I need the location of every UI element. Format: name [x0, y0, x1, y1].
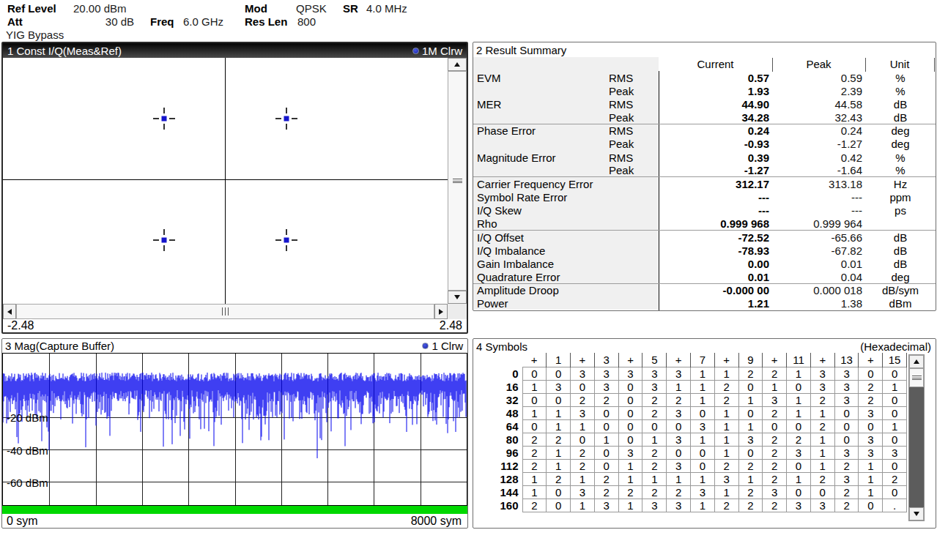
instrument-screen: Ref Level 20.00 dBm Mod QPSK SR 4.0 MHz … — [0, 0, 937, 560]
result-peak-value: 0.59 — [772, 71, 865, 84]
window-symbols: 4 Symbols (Hexadecimal) +1+3+5+7+9+11+13… — [473, 338, 936, 529]
scroll-down-button[interactable] — [448, 291, 467, 304]
symbol-cell: 3 — [883, 446, 907, 459]
symbol-cell: 3 — [810, 499, 834, 512]
symbol-cell: 2 — [547, 472, 571, 485]
result-current-value: 0.39 — [659, 151, 772, 164]
result-unit: dB — [865, 231, 936, 244]
symbol-cell: 1 — [594, 433, 618, 446]
x-axis-max-label: 2.48 — [440, 319, 462, 332]
symbols-title-bar[interactable]: 4 Symbols (Hexadecimal) — [473, 339, 936, 354]
symbol-cell: 2 — [738, 459, 763, 472]
horizontal-scrollbar[interactable] — [3, 304, 448, 319]
symbol-cell: 3 — [571, 367, 595, 380]
symbols-scroll-thumb[interactable] — [909, 368, 924, 387]
symbol-cell: 1 — [787, 367, 811, 380]
scroll-up-button[interactable] — [909, 355, 924, 368]
sr-value: 4.0 MHz — [366, 2, 407, 15]
result-row-label: Rho — [473, 217, 609, 230]
symbols-col-header: + — [571, 353, 595, 367]
capture-title: 3 Mag(Capture Buffer) — [5, 340, 114, 352]
scroll-down-button[interactable] — [909, 507, 924, 520]
symbols-row: 1441032222312300210 — [473, 485, 907, 499]
capture-x-axis: 0 sym 8000 sym — [2, 515, 467, 528]
symbol-cell: 2 — [642, 406, 667, 419]
symbol-cell: 1 — [571, 499, 595, 512]
symbol-cell: 1 — [642, 433, 667, 446]
symbol-cell: 1 — [618, 459, 642, 472]
scroll-up-button[interactable] — [448, 58, 467, 71]
trace-label: 1 Clrw — [432, 340, 463, 352]
symbol-cell: 2 — [571, 393, 595, 406]
symbol-cell: 2 — [594, 472, 618, 485]
result-current-value: 1.93 — [659, 84, 772, 97]
window-result-summary: 2 Result Summary Current Peak Unit EVMRM… — [473, 42, 936, 311]
symbol-cell: 1 — [522, 485, 547, 499]
constellation-title-bar[interactable]: 1 Const I/Q(Meas&Ref) 1M Clrw — [3, 43, 467, 58]
result-peak-value: 32.43 — [772, 111, 865, 123]
symbol-cell: 3 — [667, 459, 691, 472]
symbols-row-index: 96 — [473, 446, 522, 459]
symbol-cell: 1 — [690, 499, 714, 512]
vertical-scrollbar[interactable] — [448, 58, 467, 304]
constellation-point-marker — [273, 105, 300, 132]
symbols-row: 161303031120103321 — [473, 380, 907, 393]
result-row-sublabel: RMS — [609, 71, 659, 84]
scroll-grip-icon — [453, 178, 462, 184]
symbol-cell: 1 — [859, 485, 883, 499]
result-summary-title-bar[interactable]: 2 Result Summary — [473, 42, 936, 57]
result-row-sublabel — [609, 244, 659, 257]
symbols-row-index: 160 — [473, 499, 522, 512]
symbol-cell: 2 — [834, 485, 859, 499]
result-current-value: -72.52 — [659, 231, 772, 244]
column-separator — [772, 58, 773, 72]
result-row-sublabel — [609, 270, 659, 283]
constellation-point — [151, 105, 177, 132]
symbol-cell: 3 — [859, 433, 883, 446]
symbol-cell: 3 — [834, 367, 859, 380]
scroll-right-button[interactable] — [434, 304, 448, 319]
scroll-track[interactable] — [909, 387, 924, 507]
result-row: Peak34.2832.43dB — [473, 111, 936, 124]
result-current-value: 0.57 — [659, 71, 772, 84]
symbol-cell: 3 — [810, 367, 834, 380]
scroll-left-button[interactable] — [3, 304, 16, 319]
col-header-peak: Peak — [772, 58, 865, 70]
result-row-label: I/Q Imbalance — [473, 244, 609, 257]
symbol-cell: 2 — [810, 472, 834, 485]
symbol-cell: 0 — [787, 485, 811, 499]
symbol-cell: 1 — [714, 367, 738, 380]
result-unit: % — [865, 71, 936, 84]
symbols-row: 00033333112213300 — [473, 367, 907, 380]
symbols-row: 802201013113221030 — [473, 433, 907, 446]
symbol-cell: 1 — [883, 419, 907, 433]
symbol-cell: 2 — [763, 433, 787, 446]
result-row-label — [473, 138, 609, 151]
vertical-scroll-thumb[interactable] — [448, 71, 467, 291]
symbol-cell: 1 — [714, 406, 738, 419]
symbol-cell: 3 — [571, 485, 595, 499]
yig-bypass-label: YIG Bypass — [6, 29, 64, 41]
horizontal-scroll-thumb[interactable] — [16, 304, 434, 319]
symbols-body: 0003333311221330016130303112010332132002… — [473, 367, 907, 512]
result-current-value: 0.999 968 — [659, 217, 772, 230]
symbols-row: 1281212111131212312 — [473, 472, 907, 485]
symbol-cell: 0 — [738, 380, 763, 393]
result-peak-value: -67.82 — [772, 244, 865, 257]
result-current-value: --- — [659, 190, 772, 204]
symbols-table: +1+3+5+7+9+11+13+15 00033333112213300161… — [473, 353, 907, 512]
symbol-cell: 0 — [547, 485, 571, 499]
symbol-cell: 0 — [690, 459, 714, 472]
result-row-label: Carrier Frequency Error — [473, 177, 609, 190]
symbol-cell: 2 — [642, 485, 667, 499]
symbol-cell: 3 — [810, 380, 834, 393]
result-row-label — [473, 84, 609, 97]
symbol-cell: 2 — [787, 433, 811, 446]
symbol-cell: 0 — [571, 433, 595, 446]
result-row-sublabel — [609, 231, 659, 244]
symbol-cell: 2 — [642, 459, 667, 472]
symbol-cell: 0 — [834, 406, 859, 419]
symbols-scrollbar[interactable] — [908, 354, 925, 521]
window-constellation: 1 Const I/Q(Meas&Ref) 1M Clrw — [1, 42, 468, 334]
capture-title-bar[interactable]: 3 Mag(Capture Buffer) 1 Clrw — [2, 339, 467, 353]
